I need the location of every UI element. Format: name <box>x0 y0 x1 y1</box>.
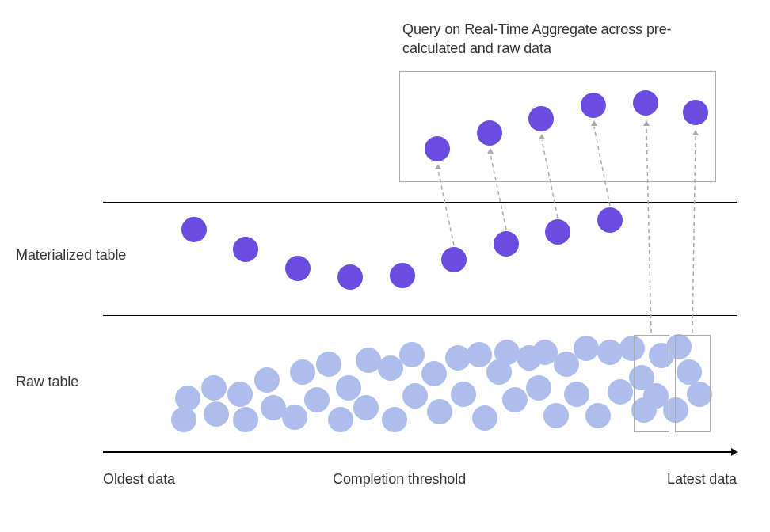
arrow-up-icon <box>591 120 597 126</box>
arrow-up-icon <box>692 130 699 135</box>
diagram-root: Query on Real-Time Aggregate across pre-… <box>0 0 770 532</box>
query-dot <box>425 136 450 162</box>
query-dot <box>683 100 708 125</box>
diagram-title: Query on Real-Time Aggregate across pre-… <box>402 20 703 59</box>
query-dot <box>633 90 658 116</box>
materialized-dot <box>181 217 207 242</box>
latest-data-label: Latest data <box>667 471 737 488</box>
query-dot <box>581 93 606 118</box>
divider-mid <box>103 315 737 316</box>
raw-selection-box <box>675 335 711 432</box>
x-axis-arrow-icon <box>731 448 738 456</box>
query-dot <box>528 106 554 131</box>
materialized-dot <box>337 264 363 290</box>
arrow-up-icon <box>487 148 494 154</box>
materialized-dot <box>285 256 311 281</box>
x-axis-line <box>103 451 731 453</box>
materialized-dot <box>441 247 467 272</box>
materialized-dot <box>494 231 519 256</box>
raw-selection-box <box>634 335 669 432</box>
materialized-dot <box>597 207 623 233</box>
query-result-box <box>399 71 716 182</box>
completion-threshold-label: Completion threshold <box>333 471 466 488</box>
arrow-up-icon <box>435 164 441 169</box>
divider-top <box>103 202 737 203</box>
materialized-dot <box>390 263 415 288</box>
materialized-dot <box>545 219 570 245</box>
arrow-up-icon <box>643 120 650 126</box>
query-dot <box>477 120 502 146</box>
arrow-up-icon <box>539 134 545 139</box>
oldest-data-label: Oldest data <box>103 471 175 488</box>
materialized-dot <box>233 237 258 262</box>
materialized-table-label: Materialized table <box>16 247 126 264</box>
raw-table-label: Raw table <box>16 374 78 390</box>
